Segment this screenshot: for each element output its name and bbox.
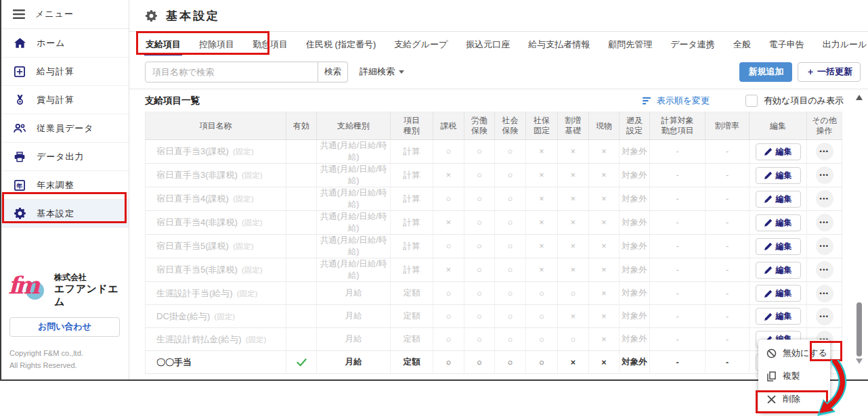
sidebar-item-5[interactable]: 年年末調整 [1, 171, 129, 200]
tab-9[interactable]: 全般 [733, 32, 751, 56]
tab-7[interactable]: 顧問先管理 [608, 32, 652, 56]
edit-button[interactable]: 編集 [756, 262, 801, 279]
item-name-cell: DC掛金(給与)(固定) [146, 305, 286, 328]
mark-cell-2: ○ [495, 235, 526, 258]
vertical-scrollbar[interactable] [855, 95, 863, 364]
tab-5[interactable]: 振込元口座 [466, 32, 510, 56]
more-cell: ••• [807, 258, 842, 282]
item-note: (固定) [237, 290, 258, 298]
context-menu-item-label: 削除 [783, 393, 800, 405]
copyright-line1: Copyright F&M co.,ltd. [9, 347, 129, 359]
more-options-button[interactable]: ••• [816, 214, 833, 231]
attendance-cell: - [650, 211, 706, 235]
column-header-7: 社保 固定 [526, 112, 558, 140]
advanced-search-label: 詳細検索 [360, 66, 395, 78]
context-menu-item-0[interactable]: 無効にする [758, 342, 830, 365]
rate-cell: - [706, 140, 750, 164]
mark-cell-3: ○ [526, 328, 558, 351]
bulk-update-button[interactable]: ＋ 一括更新 [798, 62, 861, 82]
item-name-cell: 宿日直手当3(非課税)(固定) [146, 164, 286, 187]
company-name: 株式会社 エフアンドエム [54, 273, 123, 308]
search-button[interactable]: 検索 [318, 62, 348, 83]
pay-type-cell: 共通(月給/日給/時給) [317, 258, 391, 282]
scroll-down-icon[interactable] [856, 359, 863, 364]
mark-cell-5: × [589, 211, 620, 235]
enabled-cell [286, 305, 317, 328]
search-input[interactable] [145, 62, 318, 83]
reorder-link-label: 表示順を変更 [657, 95, 710, 107]
scroll-up-icon[interactable] [856, 95, 863, 100]
tab-1[interactable]: 控除項目 [199, 32, 234, 56]
menu-toggle[interactable]: メニュー [1, 0, 129, 29]
table-row-1: 宿日直手当3(非課税)(固定)共通(月給/日給/時給)計算×○○×××対象外--… [146, 164, 842, 187]
table-row-2: 宿日直手当4(課税)(固定)共通(月給/日給/時給)計算○○○×××対象外--編… [146, 187, 842, 211]
sidebar-item-0[interactable]: ホーム [1, 29, 129, 57]
mark-cell-0: ○ [433, 140, 464, 164]
scrollbar-thumb[interactable] [856, 302, 862, 356]
context-menu-item-1[interactable]: 複製 [758, 365, 830, 388]
contact-button[interactable]: お問い合わせ [9, 317, 120, 337]
column-header-14: その他 操作 [807, 112, 842, 140]
mark-cell-4: × [558, 140, 589, 164]
item-name-cell: 宿日直手当5(課税)(固定) [146, 235, 286, 258]
more-options-button[interactable]: ••• [816, 143, 833, 160]
mark-cell-5: × [589, 187, 620, 211]
more-options-button[interactable]: ••• [816, 308, 833, 325]
hamburger-icon [13, 9, 25, 19]
sidebar-item-3[interactable]: 従業員データ [1, 114, 129, 143]
pay-type-cell: 共通(月給/日給/時給) [317, 187, 391, 211]
tab-2[interactable]: 勤怠項目 [253, 32, 288, 56]
tab-3[interactable]: 住民税 (指定番号) [306, 32, 376, 56]
edit-button[interactable]: 編集 [756, 285, 801, 302]
edit-button-label: 編集 [776, 287, 792, 299]
more-cell: ••• [807, 305, 842, 328]
sidebar-item-6[interactable]: 基本設定 [1, 200, 129, 228]
edit-button[interactable]: 編集 [756, 214, 801, 231]
edit-button[interactable]: 編集 [756, 191, 801, 208]
more-options-button[interactable]: ••• [816, 237, 833, 255]
gear-icon [146, 10, 157, 22]
tab-6[interactable]: 給与支払者情報 [528, 32, 590, 56]
more-options-button[interactable]: ••• [816, 261, 833, 279]
more-options-button[interactable]: ••• [816, 166, 833, 184]
sidebar-item-1[interactable]: 給与計算 [1, 57, 129, 86]
tab-11[interactable]: 出力ルール [823, 32, 867, 56]
tab-4[interactable]: 支給グループ [394, 32, 448, 56]
retro-cell: 対象外 [620, 164, 650, 187]
edit-button[interactable]: 編集 [756, 167, 801, 184]
column-header-4: 課税 [433, 112, 464, 140]
column-header-11: 計算対象 勤怠項目 [650, 112, 706, 140]
sidebar-item-4[interactable]: データ出力 [1, 143, 129, 171]
pay-type-cell: 共通(月給/日給/時給) [317, 140, 391, 164]
page-header: 基本設定 [129, 0, 868, 32]
edit-button[interactable]: 編集 [756, 143, 801, 160]
more-cell: ••• [807, 282, 842, 305]
more-options-button[interactable]: ••• [816, 285, 833, 302]
advanced-search-toggle[interactable]: 詳細検索 [360, 66, 404, 78]
more-cell: ••• [807, 235, 842, 258]
reorder-link[interactable]: 表示順を変更 [643, 95, 710, 107]
item-name: 生涯設計前払金(給与) [156, 334, 242, 344]
add-new-button[interactable]: 新規追加 [739, 62, 792, 82]
retro-cell: 対象外 [620, 305, 650, 328]
pencil-icon [764, 218, 773, 227]
edit-button[interactable]: 編集 [756, 308, 801, 325]
tab-8[interactable]: データ連携 [670, 32, 715, 56]
table-body: 宿日直手当3(課税)(固定)共通(月給/日給/時給)計算○○○×××対象外--編… [146, 140, 842, 374]
retro-cell: 対象外 [620, 328, 650, 351]
tab-10[interactable]: 電子申告 [769, 32, 804, 56]
item-note: (固定) [233, 147, 254, 156]
mark-cell-0: ○ [433, 351, 464, 374]
sidebar-item-2[interactable]: 賞与計算 [1, 86, 129, 114]
more-options-button[interactable]: ••• [816, 190, 833, 208]
item-name: 宿日直手当5(非課税) [156, 264, 238, 275]
tab-0[interactable]: 支給項目 [146, 32, 181, 56]
item-type-cell: 定額 [391, 351, 433, 374]
context-menu-item-2[interactable]: 削除 [758, 388, 830, 411]
item-note: (固定) [214, 313, 235, 321]
item-note: (固定) [233, 242, 254, 250]
mark-cell-2: ○ [495, 282, 526, 305]
edit-button[interactable]: 編集 [756, 238, 801, 255]
active-only-checkbox[interactable] [745, 95, 758, 107]
item-note: (固定) [246, 336, 267, 344]
